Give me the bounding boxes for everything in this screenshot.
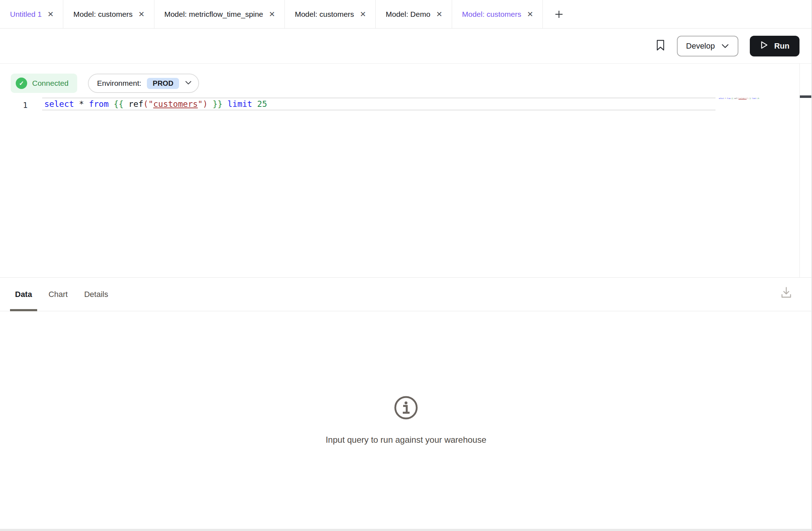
editor-tab[interactable]: Model: customers✕ xyxy=(63,0,154,28)
close-icon[interactable]: ✕ xyxy=(48,10,54,18)
close-icon[interactable]: ✕ xyxy=(360,10,366,18)
editor-tab-label: Untitled 1 xyxy=(10,10,42,19)
code-line: select * from {{ ref("customers") }} lim… xyxy=(44,99,267,109)
develop-label: Develop xyxy=(686,41,715,51)
editor-tab[interactable]: Model: customers✕ xyxy=(285,0,376,28)
editor-minimap[interactable]: select * from {{ ref("customers") }} lim… xyxy=(716,95,799,277)
editor-tab-label: Model: customers xyxy=(295,10,354,19)
editor-tab-label: Model: customers xyxy=(462,10,521,19)
connected-label: Connected xyxy=(32,79,69,88)
results-panel: Data Chart Details xyxy=(0,277,812,529)
tab-chart[interactable]: Chart xyxy=(44,278,73,311)
editor-tab-bar: Untitled 1✕Model: customers✕Model: metri… xyxy=(0,0,812,29)
info-icon xyxy=(394,396,418,421)
environment-value-badge: PROD xyxy=(147,78,179,89)
close-icon[interactable]: ✕ xyxy=(269,10,275,18)
new-tab-button[interactable] xyxy=(543,0,575,28)
run-label: Run xyxy=(774,41,789,51)
tab-details-label: Details xyxy=(84,290,108,299)
bottom-edge-strip xyxy=(0,529,812,531)
bookmark-icon xyxy=(655,39,665,53)
check-icon: ✓ xyxy=(16,78,27,89)
editor-tab[interactable]: Model: metricflow_time_spine✕ xyxy=(154,0,285,28)
minimap-code-line: select * from {{ ref("customers") }} lim… xyxy=(716,95,799,99)
editor-tab-label: Model: metricflow_time_spine xyxy=(164,10,263,19)
run-button[interactable]: Run xyxy=(750,36,799,56)
editor-scrollbar[interactable] xyxy=(799,64,812,277)
editor-tab-label: Model: Demo xyxy=(386,10,430,19)
download-button[interactable] xyxy=(780,286,793,301)
tab-details[interactable]: Details xyxy=(79,278,113,311)
editor-tab[interactable]: Untitled 1✕ xyxy=(0,0,63,28)
editor-pane: ✓ Connected Environment: PROD 1 select *… xyxy=(0,64,812,277)
chevron-down-icon xyxy=(185,80,192,86)
action-toolbar: Develop Run xyxy=(0,29,812,64)
editor-tab-label: Model: customers xyxy=(73,10,133,19)
environment-label: Environment: xyxy=(97,79,142,88)
plus-icon xyxy=(554,9,564,20)
tab-chart-label: Chart xyxy=(49,290,68,299)
editor-tab[interactable]: Model: Demo✕ xyxy=(376,0,452,28)
editor-tab[interactable]: Model: customers✕ xyxy=(452,0,543,28)
tab-data[interactable]: Data xyxy=(10,278,37,311)
download-icon xyxy=(780,294,793,300)
line-number: 1 xyxy=(0,101,42,110)
empty-state-message: Input query to run against your warehous… xyxy=(326,435,486,445)
develop-dropdown-button[interactable]: Develop xyxy=(677,36,739,56)
connection-status-row: ✓ Connected Environment: PROD xyxy=(0,64,812,95)
scrollbar-thumb[interactable] xyxy=(800,95,812,98)
results-empty-state: Input query to run against your warehous… xyxy=(0,311,812,529)
sql-editor[interactable]: 1 select * from {{ ref("customers") }} l… xyxy=(0,97,812,111)
tab-data-label: Data xyxy=(15,290,32,299)
results-tab-bar: Data Chart Details xyxy=(0,278,812,311)
chevron-down-icon xyxy=(721,41,729,51)
ide-window: Untitled 1✕Model: customers✕Model: metri… xyxy=(0,0,812,531)
close-icon[interactable]: ✕ xyxy=(138,10,145,18)
connected-badge: ✓ Connected xyxy=(11,74,77,93)
bookmark-button[interactable] xyxy=(655,39,665,53)
environment-selector[interactable]: Environment: PROD xyxy=(88,74,199,93)
active-line-highlight[interactable]: select * from {{ ref("customers") }} lim… xyxy=(42,97,716,111)
play-icon xyxy=(760,40,768,52)
close-icon[interactable]: ✕ xyxy=(527,10,533,18)
close-icon[interactable]: ✕ xyxy=(436,10,442,18)
